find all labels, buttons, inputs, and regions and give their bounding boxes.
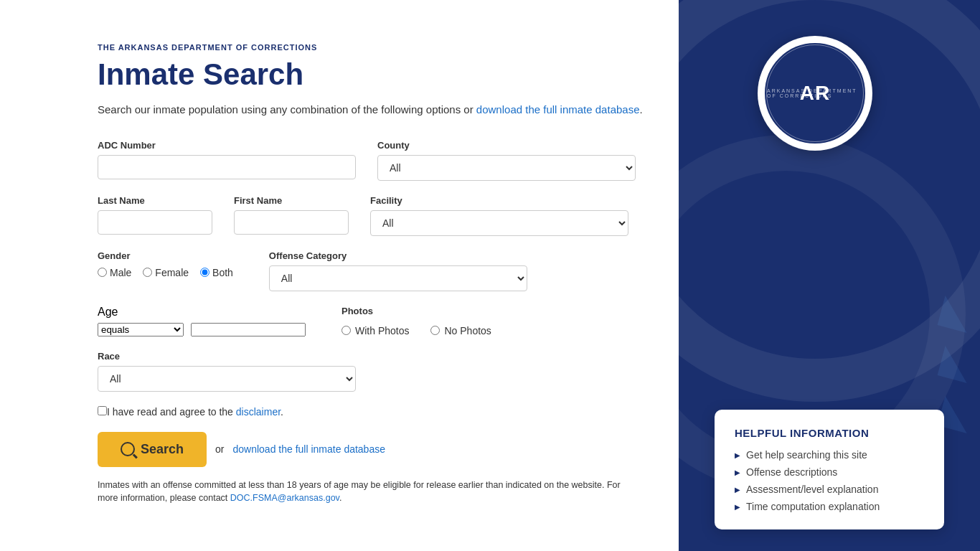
dept-label: THE ARKANSAS DEPARTMENT OF CORRECTIONS <box>98 43 682 52</box>
gender-radio-options: Male Female Both <box>98 267 233 278</box>
facility-label: Facility <box>370 195 628 206</box>
disclaimer-row: I have read and agree to the disclaimer. <box>98 406 672 418</box>
subtitle-text: Search our inmate population using any c… <box>98 103 473 116</box>
race-select[interactable]: All <box>98 366 356 392</box>
age-label: Age <box>98 306 306 319</box>
helpful-info-box: HELPFUL INFORMATION Get help searching t… <box>715 410 944 529</box>
helpful-list: Get help searching this site Offense des… <box>735 449 924 512</box>
facility-select[interactable]: All <box>370 210 628 236</box>
race-group: Race All <box>98 351 356 392</box>
county-group: County All <box>377 140 636 181</box>
subtitle-period: . <box>640 103 643 116</box>
search-button[interactable]: Search <box>98 432 207 467</box>
lastname-label: Last Name <box>98 195 212 206</box>
form-row-1: ADC Number County All <box>98 140 672 181</box>
helpful-item-1[interactable]: Get help searching this site <box>735 449 924 461</box>
lastname-group: Last Name <box>98 195 212 235</box>
form-row-5: Race All <box>98 351 672 392</box>
gender-both-radio[interactable] <box>200 268 209 277</box>
gender-female-text: Female <box>155 267 189 278</box>
search-button-label: Search <box>141 442 184 457</box>
helpful-link-1[interactable]: Get help searching this site <box>746 449 867 461</box>
helpful-item-2[interactable]: Offense descriptions <box>735 466 924 478</box>
gender-male-text: Male <box>110 267 131 278</box>
logo-circle: ARKANSAS DEPARTMENT OF CORRECTIONS AR <box>758 36 872 151</box>
gender-female-label[interactable]: Female <box>143 267 189 278</box>
age-value-input[interactable] <box>191 323 306 336</box>
adc-group: ADC Number <box>98 140 356 179</box>
offense-select[interactable]: All <box>269 265 527 291</box>
gender-label: Gender <box>98 250 233 261</box>
gender-male-label[interactable]: Male <box>98 267 131 278</box>
age-inputs: equals greater than less than <box>98 323 306 336</box>
gender-group: Gender Male Female Both <box>98 250 233 278</box>
helpful-link-4[interactable]: Time computation explanation <box>746 501 880 512</box>
page-title: Inmate Search <box>98 57 682 92</box>
photos-options: With Photos No Photos <box>341 325 491 336</box>
photos-no-label[interactable]: No Photos <box>430 325 491 336</box>
helpful-item-4[interactable]: Time computation explanation <box>735 501 924 512</box>
download-link[interactable]: download the full inmate database <box>233 443 385 455</box>
search-row: Search or download the full inmate datab… <box>98 432 672 467</box>
footer-period: . <box>339 493 341 503</box>
gender-both-text: Both <box>212 267 233 278</box>
age-group: Age equals greater than less than <box>98 306 306 336</box>
photos-group: Photos With Photos No Photos <box>341 306 491 336</box>
adc-label: ADC Number <box>98 140 356 151</box>
helpful-link-3[interactable]: Assessment/level explanation <box>746 484 878 495</box>
logo-ar-text: AR <box>800 82 830 105</box>
footer-note-text: Inmates with an offense committed at les… <box>98 480 621 504</box>
gender-both-label[interactable]: Both <box>200 267 233 278</box>
photos-no-text: No Photos <box>444 325 491 336</box>
footer-email-link[interactable]: DOC.FSMA@arkansas.gov <box>230 493 339 503</box>
disclaimer-link[interactable]: disclaimer <box>236 406 281 418</box>
gender-male-radio[interactable] <box>98 268 107 277</box>
facility-group: Facility All <box>370 195 628 236</box>
firstname-group: First Name <box>234 195 349 235</box>
subtitle-download-link[interactable]: download the full inmate database <box>476 103 640 116</box>
form-row-3: Gender Male Female Both <box>98 250 672 291</box>
photos-with-label[interactable]: With Photos <box>341 325 409 336</box>
footer-note: Inmates with an offense committed at les… <box>98 479 628 506</box>
helpful-link-2[interactable]: Offense descriptions <box>746 466 837 478</box>
lastname-input[interactable] <box>98 210 212 235</box>
firstname-label: First Name <box>234 195 349 206</box>
helpful-item-3[interactable]: Assessment/level explanation <box>735 484 924 495</box>
helpful-title: HELPFUL INFORMATION <box>735 427 924 439</box>
gender-female-radio[interactable] <box>143 268 152 277</box>
search-form: ADC Number County All Last Name First Na… <box>98 140 672 506</box>
logo-inner: ARKANSAS DEPARTMENT OF CORRECTIONS AR <box>765 43 865 143</box>
firstname-input[interactable] <box>234 210 349 235</box>
form-row-4: Age equals greater than less than Photos… <box>98 306 672 336</box>
county-select[interactable]: All <box>377 155 636 181</box>
photos-label: Photos <box>341 306 491 316</box>
offense-group: Offense Category All <box>269 250 527 291</box>
search-icon <box>121 442 135 456</box>
disclaimer-checkbox[interactable] <box>98 406 107 415</box>
main-content: THE ARKANSAS DEPARTMENT OF CORRECTIONS I… <box>0 0 682 534</box>
form-row-2: Last Name First Name Facility All <box>98 195 672 236</box>
photos-with-radio[interactable] <box>341 326 351 335</box>
or-text: or <box>215 443 224 455</box>
county-label: County <box>377 140 636 151</box>
disclaimer-label[interactable]: I have read and agree to the disclaimer. <box>107 406 283 418</box>
adc-input[interactable] <box>98 155 356 179</box>
offense-label: Offense Category <box>269 250 527 261</box>
photos-no-radio[interactable] <box>430 326 440 335</box>
subtitle: Search our inmate population using any c… <box>98 102 682 118</box>
race-label: Race <box>98 351 356 362</box>
photos-with-text: With Photos <box>355 325 409 336</box>
age-operator-select[interactable]: equals greater than less than <box>98 323 184 336</box>
